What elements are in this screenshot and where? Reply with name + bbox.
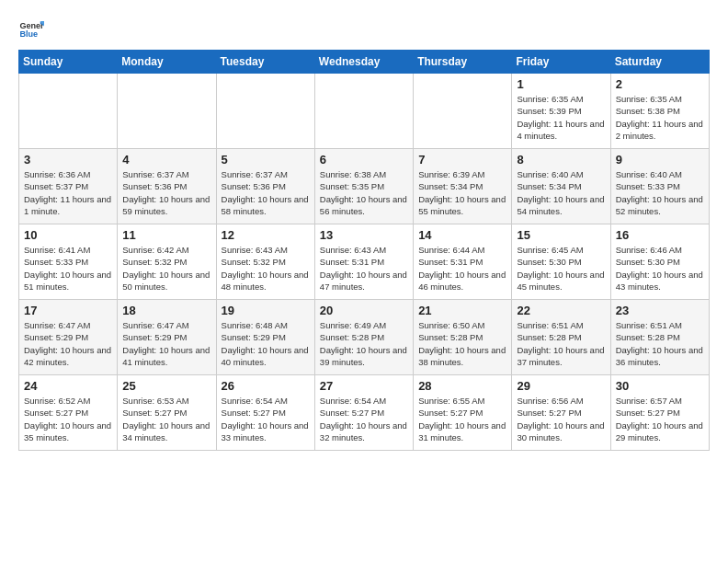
logo: General Blue <box>18 15 48 40</box>
cell-4-3: 27Sunrise: 6:54 AM Sunset: 5:27 PM Dayli… <box>314 375 413 451</box>
cell-info: Sunrise: 6:57 AM Sunset: 5:27 PM Dayligh… <box>616 395 704 443</box>
cell-info: Sunrise: 6:43 AM Sunset: 5:31 PM Dayligh… <box>320 244 408 293</box>
cell-1-0: 3Sunrise: 6:36 AM Sunset: 5:37 PM Daylig… <box>19 149 118 224</box>
day-number: 30 <box>616 379 704 393</box>
col-header-sunday: Sunday <box>19 51 118 74</box>
cell-info: Sunrise: 6:47 AM Sunset: 5:29 PM Dayligh… <box>24 319 112 368</box>
cell-3-5: 22Sunrise: 6:51 AM Sunset: 5:28 PM Dayli… <box>512 300 610 375</box>
cell-0-6: 2Sunrise: 6:35 AM Sunset: 5:38 PM Daylig… <box>610 74 709 149</box>
day-number: 27 <box>320 379 408 393</box>
cell-0-2 <box>216 74 314 149</box>
day-number: 2 <box>616 77 704 91</box>
cell-info: Sunrise: 6:38 AM Sunset: 5:35 PM Dayligh… <box>320 168 408 217</box>
cell-info: Sunrise: 6:41 AM Sunset: 5:33 PM Dayligh… <box>24 244 112 293</box>
cell-1-1: 4Sunrise: 6:37 AM Sunset: 5:36 PM Daylig… <box>118 149 216 224</box>
day-number: 4 <box>122 153 210 167</box>
cell-2-5: 15Sunrise: 6:45 AM Sunset: 5:30 PM Dayli… <box>512 224 610 300</box>
day-number: 21 <box>418 304 506 317</box>
day-number: 19 <box>222 304 310 317</box>
calendar-table: SundayMondayTuesdayWednesdayThursdayFrid… <box>18 50 710 451</box>
week-row-0: 1Sunrise: 6:35 AM Sunset: 5:39 PM Daylig… <box>19 74 710 149</box>
cell-info: Sunrise: 6:54 AM Sunset: 5:27 PM Dayligh… <box>320 395 408 443</box>
day-number: 9 <box>616 153 704 167</box>
cell-info: Sunrise: 6:55 AM Sunset: 5:27 PM Dayligh… <box>418 395 506 443</box>
cell-3-3: 20Sunrise: 6:49 AM Sunset: 5:28 PM Dayli… <box>314 300 413 375</box>
day-number: 17 <box>24 304 112 317</box>
cell-info: Sunrise: 6:40 AM Sunset: 5:34 PM Dayligh… <box>517 168 605 217</box>
cell-info: Sunrise: 6:35 AM Sunset: 5:38 PM Dayligh… <box>616 93 704 142</box>
day-number: 10 <box>24 228 112 242</box>
week-row-3: 17Sunrise: 6:47 AM Sunset: 5:29 PM Dayli… <box>19 300 710 375</box>
cell-info: Sunrise: 6:43 AM Sunset: 5:32 PM Dayligh… <box>222 244 310 293</box>
cell-4-5: 29Sunrise: 6:56 AM Sunset: 5:27 PM Dayli… <box>512 375 610 451</box>
day-number: 22 <box>517 304 605 317</box>
day-number: 1 <box>517 77 605 91</box>
page: General Blue SundayMondayTuesdayWednesda… <box>0 0 728 563</box>
day-number: 20 <box>320 304 408 317</box>
day-number: 12 <box>222 228 310 242</box>
day-number: 25 <box>122 379 210 393</box>
cell-1-2: 5Sunrise: 6:37 AM Sunset: 5:36 PM Daylig… <box>216 149 314 224</box>
cell-1-6: 9Sunrise: 6:40 AM Sunset: 5:33 PM Daylig… <box>610 149 709 224</box>
col-header-monday: Monday <box>118 51 216 74</box>
cell-3-6: 23Sunrise: 6:51 AM Sunset: 5:28 PM Dayli… <box>610 300 709 375</box>
week-row-2: 10Sunrise: 6:41 AM Sunset: 5:33 PM Dayli… <box>19 224 710 300</box>
day-number: 26 <box>222 379 310 393</box>
cell-info: Sunrise: 6:50 AM Sunset: 5:28 PM Dayligh… <box>418 319 506 368</box>
day-number: 13 <box>320 228 408 242</box>
day-number: 28 <box>418 379 506 393</box>
cell-2-3: 13Sunrise: 6:43 AM Sunset: 5:31 PM Dayli… <box>314 224 413 300</box>
cell-info: Sunrise: 6:53 AM Sunset: 5:27 PM Dayligh… <box>122 395 210 443</box>
col-header-friday: Friday <box>512 51 610 74</box>
cell-info: Sunrise: 6:39 AM Sunset: 5:34 PM Dayligh… <box>418 168 506 217</box>
cell-info: Sunrise: 6:54 AM Sunset: 5:27 PM Dayligh… <box>222 395 310 443</box>
cell-info: Sunrise: 6:37 AM Sunset: 5:36 PM Dayligh… <box>222 168 310 217</box>
svg-text:Blue: Blue <box>19 29 38 39</box>
cell-2-2: 12Sunrise: 6:43 AM Sunset: 5:32 PM Dayli… <box>216 224 314 300</box>
day-number: 16 <box>616 228 704 242</box>
cell-2-0: 10Sunrise: 6:41 AM Sunset: 5:33 PM Dayli… <box>19 224 118 300</box>
day-number: 14 <box>418 228 506 242</box>
cell-0-3 <box>314 74 413 149</box>
week-row-1: 3Sunrise: 6:36 AM Sunset: 5:37 PM Daylig… <box>19 149 710 224</box>
cell-4-6: 30Sunrise: 6:57 AM Sunset: 5:27 PM Dayli… <box>610 375 709 451</box>
cell-info: Sunrise: 6:42 AM Sunset: 5:32 PM Dayligh… <box>122 244 210 293</box>
cell-0-4 <box>414 74 512 149</box>
cell-info: Sunrise: 6:51 AM Sunset: 5:28 PM Dayligh… <box>517 319 605 368</box>
day-number: 8 <box>517 153 605 167</box>
cell-2-4: 14Sunrise: 6:44 AM Sunset: 5:31 PM Dayli… <box>414 224 512 300</box>
day-number: 24 <box>24 379 112 393</box>
logo-icon: General Blue <box>18 15 44 40</box>
cell-info: Sunrise: 6:36 AM Sunset: 5:37 PM Dayligh… <box>24 168 112 217</box>
cell-4-4: 28Sunrise: 6:55 AM Sunset: 5:27 PM Dayli… <box>414 375 512 451</box>
cell-1-5: 8Sunrise: 6:40 AM Sunset: 5:34 PM Daylig… <box>512 149 610 224</box>
cell-0-0 <box>19 74 118 149</box>
cell-3-2: 19Sunrise: 6:48 AM Sunset: 5:29 PM Dayli… <box>216 300 314 375</box>
cell-3-1: 18Sunrise: 6:47 AM Sunset: 5:29 PM Dayli… <box>118 300 216 375</box>
cell-info: Sunrise: 6:45 AM Sunset: 5:30 PM Dayligh… <box>517 244 605 293</box>
col-header-wednesday: Wednesday <box>314 51 413 74</box>
day-number: 15 <box>517 228 605 242</box>
cell-0-1 <box>118 74 216 149</box>
day-number: 23 <box>616 304 704 317</box>
header: General Blue <box>18 15 710 40</box>
cell-1-4: 7Sunrise: 6:39 AM Sunset: 5:34 PM Daylig… <box>414 149 512 224</box>
cell-info: Sunrise: 6:48 AM Sunset: 5:29 PM Dayligh… <box>222 319 310 368</box>
cell-info: Sunrise: 6:51 AM Sunset: 5:28 PM Dayligh… <box>616 319 704 368</box>
day-number: 3 <box>24 153 112 167</box>
cell-info: Sunrise: 6:46 AM Sunset: 5:30 PM Dayligh… <box>616 244 704 293</box>
day-number: 7 <box>418 153 506 167</box>
col-header-tuesday: Tuesday <box>216 51 314 74</box>
day-number: 11 <box>122 228 210 242</box>
cell-2-6: 16Sunrise: 6:46 AM Sunset: 5:30 PM Dayli… <box>610 224 709 300</box>
header-row: SundayMondayTuesdayWednesdayThursdayFrid… <box>19 51 710 74</box>
cell-info: Sunrise: 6:47 AM Sunset: 5:29 PM Dayligh… <box>122 319 210 368</box>
cell-info: Sunrise: 6:52 AM Sunset: 5:27 PM Dayligh… <box>24 395 112 443</box>
cell-4-1: 25Sunrise: 6:53 AM Sunset: 5:27 PM Dayli… <box>118 375 216 451</box>
cell-3-4: 21Sunrise: 6:50 AM Sunset: 5:28 PM Dayli… <box>414 300 512 375</box>
cell-info: Sunrise: 6:44 AM Sunset: 5:31 PM Dayligh… <box>418 244 506 293</box>
cell-0-5: 1Sunrise: 6:35 AM Sunset: 5:39 PM Daylig… <box>512 74 610 149</box>
col-header-saturday: Saturday <box>610 51 709 74</box>
cell-4-0: 24Sunrise: 6:52 AM Sunset: 5:27 PM Dayli… <box>19 375 118 451</box>
cell-1-3: 6Sunrise: 6:38 AM Sunset: 5:35 PM Daylig… <box>314 149 413 224</box>
